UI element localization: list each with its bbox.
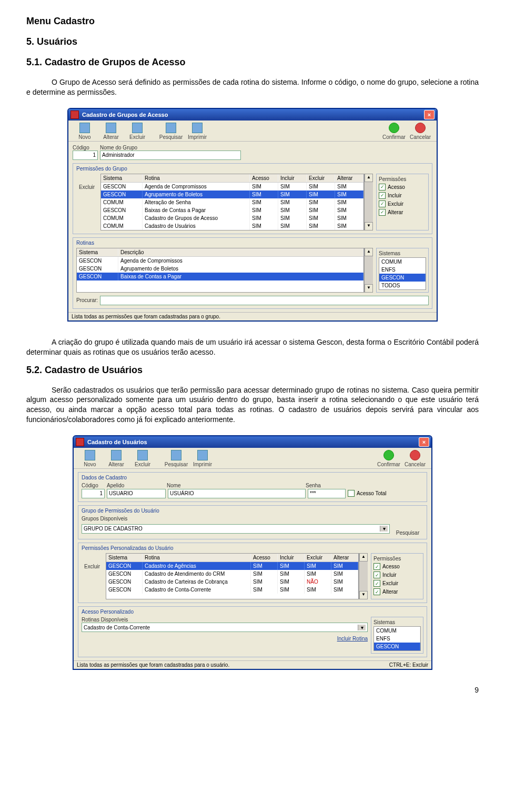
imprimir-button[interactable]: Imprimir [190,450,215,467]
permissoes-grupo-panel: Permissões do Grupo Excluir Sistema Roti… [73,163,432,234]
list-item[interactable]: ENFS [374,635,420,643]
col-sistema: Sistema [106,554,143,562]
close-button[interactable]: × [424,110,435,119]
senha-input[interactable]: *** [308,489,346,498]
apelido-input[interactable]: USUARIO [107,489,166,498]
list-item[interactable]: TODOS [379,282,426,289]
toolbar: Novo Alterar Excluir Pesquisar Imprimir … [74,448,431,469]
window-title: Cadastro de Grupos de Acesso [82,112,424,118]
col-acesso: Acesso [251,554,278,562]
scrollbar[interactable]: ▲▼ [359,553,368,599]
magnifier-icon[interactable] [403,522,412,530]
nome-label: Nome [167,483,304,488]
alterar-checkbox[interactable]: ✓Alterar [373,588,421,595]
novo-button[interactable]: Novo [73,123,97,140]
acesso-checkbox[interactable]: ✓Acesso [373,563,421,570]
col-sistema: Sistema [77,248,118,256]
col-excluir: Excluir [305,554,331,562]
list-item[interactable]: ENFS [379,266,426,274]
permissoes-grid[interactable]: Sistema Rotina Acesso Incluir Excluir Al… [100,174,364,230]
grupos-disponiveis-combo[interactable]: GRUPO DE CADASTRO▾ [82,524,390,534]
panel-title: Grupo de Permissões do Usuário [82,508,423,514]
cancelar-button[interactable]: Cancelar [403,450,427,467]
plus-icon [328,635,336,643]
permissoes-grid[interactable]: Sistema Rotina Acesso Incluir Excluir Al… [106,553,359,599]
table-row[interactable]: GESCONCadastro de Conta-CorrenteSIMSIMSI… [106,586,358,594]
heading-menu-cadastro: Menu Cadastro [26,16,479,27]
nome-grupo-input[interactable]: Administrador [100,151,241,160]
excluir-side-icon[interactable] [87,553,97,563]
edit-icon [111,450,122,460]
table-row[interactable]: GESCONBaixas de Contas a PagarSIMSIMSIMS… [101,206,363,214]
codigo-input[interactable]: 1 [73,151,98,160]
confirmar-button[interactable]: Confirmar [382,123,406,140]
table-row[interactable]: GESCONCadastro de Atendimento do CRMSIMS… [106,570,358,578]
excluir-button[interactable]: Excluir [130,450,155,467]
nome-input[interactable]: USUÁRIO [168,489,306,498]
pesquisar-label: Pesquisar [392,530,423,536]
search-icon [171,450,181,460]
scrollbar[interactable]: ▲▼ [364,174,373,230]
permissoes-personalizadas-panel: Permissões Personalizadas do Usuário Exc… [78,543,427,603]
excluir-checkbox[interactable]: ✓Excluir [373,580,421,587]
novo-button[interactable]: Novo [78,450,102,467]
close-button[interactable]: × [419,437,429,447]
pesquisar-button[interactable]: Pesquisar [164,450,188,467]
table-row[interactable]: COMUMCadastro de Grupos de AcessoSIMSIMS… [101,214,363,222]
app-icon [70,111,79,119]
procurar-input[interactable] [100,296,429,305]
rotinas-panel: Rotinas Sistema Descrição GESCONAgenda d… [73,237,432,309]
sistemas-list-panel: Sistemas COMUMENFSGESCONTODOS [376,248,429,293]
chevron-down-icon: ▾ [358,625,366,630]
list-item[interactable]: COMUM [374,627,420,635]
excluir-side-label: Excluir [82,564,103,569]
list-item[interactable]: GESCON [379,274,426,282]
panel-title: Permissões Personalizadas do Usuário [82,545,423,551]
table-row[interactable]: GESCONAgenda de Compromissos [77,257,363,265]
table-row[interactable]: COMUMAlteração de SenhaSIMSIMSIMSIM [101,198,363,206]
delete-icon [132,123,143,133]
excluir-side-icon[interactable] [82,174,92,183]
sistemas-list[interactable]: COMUMENFSGESCON [373,626,421,651]
alterar-checkbox[interactable]: ✓Alterar [379,209,426,216]
acesso-personalizado-panel: Acesso Personalizado Rotinas Disponíveis… [78,606,427,657]
cancel-icon [415,123,426,133]
alterar-button[interactable]: Alterar [104,450,128,467]
codigo-input[interactable]: 1 [82,489,105,498]
incluir-checkbox[interactable]: ✓Incluir [373,572,421,578]
confirmar-button[interactable]: Confirmar [377,450,401,467]
codigo-label: Código [82,483,105,488]
table-row[interactable]: GESCONCadastro de Carteiras de CobrançaS… [106,578,358,586]
table-row[interactable]: GESCONAgrupamento de Boletos [77,265,363,273]
imprimir-button[interactable]: Imprimir [185,123,209,140]
panel-title: Dados de Cadastro [82,475,423,480]
acesso-checkbox[interactable]: ✓Acesso [379,184,426,191]
screenshot-cadastro-usuarios: Cadastro de Usuários × Novo Alterar Excl… [26,435,479,670]
sistemas-list[interactable]: COMUMENFSGESCONTODOS [379,257,426,290]
paragraph-intro-2: A criação do grupo é utilizada quando ma… [26,337,479,357]
list-item[interactable]: GESCON [374,643,420,650]
incluir-rotina-link[interactable]: Incluir Rotina [337,636,368,641]
table-row[interactable]: GESCONAgenda de CompromissosSIMSIMSIMSIM [101,183,363,191]
rotinas-grid[interactable]: Sistema Descrição GESCONAgenda de Compro… [76,248,364,293]
excluir-button[interactable]: Excluir [125,123,149,140]
table-row[interactable]: GESCONAgrupamento de BoletosSIMSIMSIMSIM [101,191,363,198]
incluir-checkbox[interactable]: ✓Incluir [379,192,426,199]
table-row[interactable]: GESCONBaixas de Contas a Pagar [77,273,363,280]
sistemas-list-panel: Sistemas COMUMENFSGESCON [371,617,423,654]
alterar-button[interactable]: Alterar [99,123,123,140]
list-item[interactable]: COMUM [379,258,426,266]
rotinas-disponiveis-combo[interactable]: Cadastro de Conta-Corrente▾ [82,623,368,632]
permissoes-side-title: Permissões [373,556,421,562]
confirm-icon [383,450,394,460]
col-acesso: Acesso [250,174,278,182]
excluir-checkbox[interactable]: ✓Excluir [379,201,426,207]
table-row[interactable]: GESCONCadastro de AgênciasSIMSIMSIMSIM [106,562,358,570]
table-row[interactable]: COMUMCadastro de UsuáriosSIMSIMSIMSIM [101,222,363,230]
paragraph-intro-1: O Grupo de Acesso será definido as permi… [26,77,479,97]
acesso-total-checkbox[interactable]: Acesso Total [348,490,387,497]
cancelar-button[interactable]: Cancelar [408,123,432,140]
apelido-label: Apelido [107,483,165,488]
pesquisar-button[interactable]: Pesquisar [159,123,183,140]
scrollbar[interactable]: ▲▼ [364,248,373,293]
